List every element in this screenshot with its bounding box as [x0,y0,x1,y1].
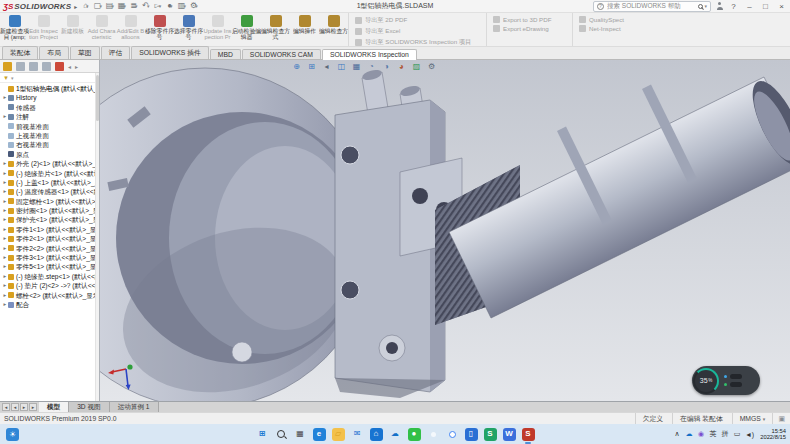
tree-item[interactable]: 上视基准面 [0,131,99,140]
tags-icon[interactable]: ▣ [772,413,790,424]
panel-arrow-right-icon[interactable]: ▸ [75,63,78,70]
zoom-fit-icon[interactable]: ⊕ [290,60,303,72]
view-settings-icon[interactable]: ⚙ [425,60,438,72]
edit-appearance-icon[interactable]: ◕ [395,60,408,72]
tab-mbd[interactable]: MBD [210,49,241,59]
tree-item[interactable]: ▸ (-) 绝缘垫.step<1> (默认<<默认> [0,272,99,281]
launch-inspection-editor-button[interactable]: 启动检验编辑器 [232,13,261,46]
tree-item[interactable]: ▸ (-) 温度传感器<1> (默认<<默认> [0,187,99,196]
tree-scrollbar[interactable] [95,73,99,401]
cad-model-3d-view[interactable] [100,60,790,401]
new-document-icon[interactable]: ▢▾ [93,1,102,12]
dimxpertmanager-tab[interactable] [42,62,51,71]
login-icon[interactable] [716,2,723,10]
scroll-last-icon[interactable]: ▸ [29,403,37,411]
tab-solidworks-addins[interactable]: SOLIDWORKS 插件 [131,46,209,59]
home-icon[interactable]: ⌂▾ [81,1,90,12]
view-orientation-icon[interactable]: ▦ [350,60,363,72]
solidworks-taskbar-icon[interactable]: S [522,428,535,441]
help-button[interactable]: ? [728,2,739,11]
recorder-toggle-1[interactable] [730,374,742,379]
tree-item[interactable]: ▸ 保护壳<1> (默认<<默认>_显示状 [0,215,99,224]
edit-inspection-project-button[interactable]: Edit Inspection Project [29,13,58,46]
rebuild-icon[interactable]: ●▾ [165,1,174,12]
mail-icon[interactable]: ✉ [351,428,364,441]
start-button[interactable]: ⊞ [256,428,269,441]
tree-item[interactable]: ▸ 零件5<1> (默认<<默认>_显示状态 [0,262,99,271]
tree-item[interactable]: ▸ (-) 垫片 (2)<2> ->? (默认<<默认> [0,281,99,290]
tree-item[interactable]: ▸ 螺栓<2> (默认<<默认>_显示状态 [0,291,99,300]
scroll-prev-icon[interactable]: ◂ [11,403,19,411]
recorder-toggle-2[interactable] [730,382,742,387]
tab-evaluate[interactable]: 评估 [101,46,131,59]
configurationmanager-tab[interactable] [29,62,38,71]
tree-scrollbar-thumb[interactable] [96,75,99,121]
export-2d-pdf-button[interactable]: 导出至 2D PDF [355,16,482,25]
add-characteristic-button[interactable]: Add Characteristic [87,13,116,46]
hide-show-items-icon[interactable]: ◑ [380,60,393,72]
apply-scene-icon[interactable]: ▨ [410,60,423,72]
tab-assembly[interactable]: 装配体 [2,46,38,59]
chrome-icon[interactable] [446,428,459,441]
close-button[interactable]: × [776,2,787,11]
tray-onedrive-icon[interactable]: ☁ [685,430,693,438]
tab-solidworks-cam[interactable]: SOLIDWORKS CAM [242,49,321,59]
export-inspection-project-button[interactable]: 导出至 SOLIDWORKS Inspection 项目 [355,38,482,47]
tray-display-icon[interactable]: ▭ [733,430,741,438]
update-inspection-project-button[interactable]: Update Inspection Project [203,13,232,46]
tray-location-icon[interactable]: ◉ [697,430,705,438]
tree-item[interactable]: 右视基准面 [0,140,99,149]
tree-item[interactable]: ▸ 密封圈<1> (默认<<默认>_显示状 [0,206,99,215]
tree-item[interactable]: ▸ (-) 上盖<1> (默认<<默认>_显示状 [0,178,99,187]
export-edrawing-button[interactable]: Export eDrawing [493,25,568,32]
tree-item[interactable]: ▸ 外壳 (2)<1> (默认<<默认>_显示状 [0,159,99,168]
edge-icon[interactable]: e [313,428,326,441]
tree-item[interactable]: ▸ 零件2<1> (默认<<默认>_显示状态 [0,234,99,243]
menu-expander-icon[interactable]: ▸ [74,3,77,10]
file-properties-icon[interactable]: ▥▾ [177,1,186,12]
file-explorer-icon[interactable]: ▱ [332,428,345,441]
graphics-viewport[interactable]: ⊕⊞◂◫▦◔◑◕▨⚙ 35% [100,60,790,401]
tab-layout[interactable]: 布局 [39,46,69,59]
wechat-icon[interactable]: ● [408,428,421,441]
propertymanager-tab[interactable] [16,62,25,71]
tab-model[interactable]: 模型 [39,402,69,412]
tree-item[interactable]: ▸ 配合 [0,300,99,309]
zoom-area-icon[interactable]: ⊞ [305,60,318,72]
green-app-icon[interactable]: S [484,428,497,441]
recorder-widget[interactable]: 35% [692,366,760,395]
edit-inspection-method-button[interactable]: 编辑检查方式 [261,13,290,46]
minimize-button[interactable]: – [744,2,755,11]
help-search-input[interactable]: ? 搜索 SOLIDWORKS 帮助 ▾ [593,1,711,12]
export-excel-button[interactable]: 导出至 Excel [355,27,482,36]
tab-sketch[interactable]: 草图 [70,46,100,59]
tree-item[interactable]: ▸ 固定螺栓<1> (默认<<默认>_显示状 [0,197,99,206]
tab-motion-study-1[interactable]: 运动算例 1 [110,402,159,412]
displaymanager-tab[interactable] [55,62,64,71]
edit-operation-button[interactable]: 编辑操作 [290,13,319,46]
reader-icon[interactable]: ▯ [465,428,478,441]
print-icon[interactable]: ≣▾ [129,1,138,12]
tree-filter-input[interactable]: ▼ ▾ [0,73,99,83]
export-3d-pdf-button[interactable]: Export to 3D PDF [493,16,568,23]
display-style-icon[interactable]: ◔ [365,60,378,72]
remove-balloons-button[interactable]: 移除零件序号 [145,13,174,46]
widgets-icon[interactable]: ☀ [6,428,19,441]
tab-solidworks-inspection[interactable]: SOLIDWORKS Inspection [322,49,417,60]
scroll-next-icon[interactable]: ▸ [20,403,28,411]
open-icon[interactable]: ▤▾ [105,1,114,12]
tree-item[interactable]: ▸ (-) 绝缘垫片<1> (默认<<默认>_显 [0,169,99,178]
options-icon[interactable]: ⚙▾ [189,1,198,12]
add-edit-balloons-button[interactable]: Add/Edit Balloons [116,13,145,46]
tree-item[interactable]: ▸ 零件2<2> (默认<<默认>_显示状态 [0,244,99,253]
scroll-first-icon[interactable]: ◂ [2,403,10,411]
ime-pinyin-indicator[interactable]: 拼 [721,429,729,439]
taskbar-clock[interactable]: 15:54 2022/8/15 [760,428,786,441]
select-icon[interactable]: ▻▾ [153,1,162,12]
tray-volume-icon[interactable]: ◄) [745,431,754,438]
section-view-icon[interactable]: ◫ [335,60,348,72]
tree-item[interactable]: ▸ 零件1<1> (默认<<默认>_显示状态 [0,225,99,234]
tab-3d-views[interactable]: 3D 视图 [69,402,109,412]
tree-item[interactable]: 前视基准面 [0,122,99,131]
ime-language-indicator[interactable]: 英 [709,429,717,439]
